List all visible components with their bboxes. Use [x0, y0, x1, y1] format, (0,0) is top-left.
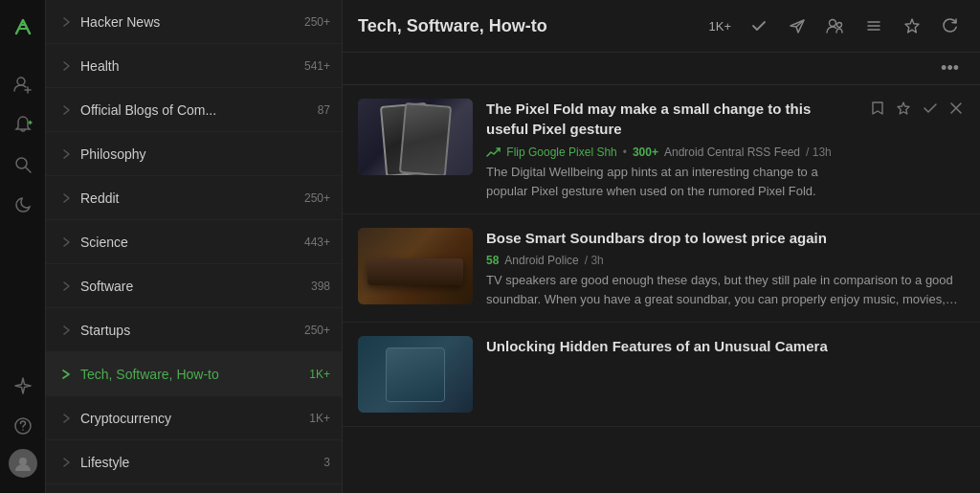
- article-description: The Digital Wellbeing app hints at an in…: [486, 163, 856, 200]
- more-options-button[interactable]: •••: [935, 56, 965, 80]
- refresh-icon[interactable]: [936, 11, 965, 40]
- article-description: TV speakers are good enough these days, …: [486, 271, 965, 308]
- sidebar-item-label: Lifestyle: [80, 455, 316, 470]
- article-title: Bose Smart Soundbars drop to lowest pric…: [486, 228, 965, 248]
- sidebar-item-hacker-news[interactable]: Hacker News250+: [46, 0, 342, 44]
- favorites-icon[interactable]: [898, 11, 926, 40]
- article-time: / 13h: [806, 146, 832, 159]
- article-content: The Pixel Fold may make a small change t…: [486, 99, 856, 200]
- add-user-icon[interactable]: [6, 67, 40, 101]
- check-read-icon[interactable]: [921, 100, 940, 121]
- sidebar-item-count: 250+: [304, 324, 330, 337]
- sidebar-item-count: 1K+: [309, 368, 330, 381]
- article-vote-count: 300+: [633, 146, 658, 159]
- svg-point-4: [19, 458, 27, 465]
- chevron-icon: [57, 146, 75, 163]
- sidebar-item-tech-software-how-to[interactable]: Tech, Software, How-to1K+: [46, 352, 342, 396]
- search-icon[interactable]: [6, 147, 40, 182]
- sidebar-item-philosophy[interactable]: Philosophy: [46, 132, 342, 176]
- send-icon[interactable]: [783, 11, 812, 40]
- sparkle-icon[interactable]: [6, 369, 40, 403]
- sidebar-item-cryptocurrency[interactable]: Cryptocurrency1K+: [46, 396, 342, 440]
- chevron-icon: [57, 454, 75, 471]
- chevron-icon: [57, 410, 75, 427]
- help-icon[interactable]: [6, 409, 40, 443]
- bookmark-icon[interactable]: [869, 99, 886, 122]
- article-list: The Pixel Fold may make a small change t…: [343, 85, 980, 493]
- article-source-row: 58 Android Police / 3h: [486, 254, 965, 267]
- sidebar-item-label: Official Blogs of Com...: [80, 102, 310, 118]
- article-content: Unlocking Hidden Features of an Unusual …: [486, 336, 965, 362]
- sidebar-item-count: 250+: [304, 15, 330, 29]
- chevron-icon: [57, 366, 75, 383]
- chevron-icon: [57, 101, 75, 119]
- dismiss-icon[interactable]: [947, 100, 965, 121]
- sidebar-item-science[interactable]: Science443+: [46, 220, 342, 264]
- sidebar-item-count: 3: [323, 456, 330, 469]
- sidebar-item-label: Health: [80, 58, 297, 74]
- sidebar-item-count: 443+: [304, 235, 330, 249]
- svg-point-6: [837, 23, 842, 28]
- star-icon[interactable]: [894, 99, 913, 122]
- sidebar-item-label: Software: [80, 279, 303, 294]
- article-item[interactable]: The Pixel Fold may make a small change t…: [343, 85, 980, 214]
- user-avatar[interactable]: [9, 449, 37, 478]
- article-thumbnail: [358, 99, 473, 175]
- article-count-badge: 1K+: [709, 19, 732, 34]
- chevron-icon: [57, 278, 75, 295]
- svg-point-5: [830, 20, 836, 27]
- article-source-row: Flip Google Pixel Shh • 300+ Android Cen…: [486, 145, 856, 159]
- sidebar-item-marketing[interactable]: Marketing32: [46, 484, 342, 493]
- sidebar-item-count: 87: [318, 103, 330, 117]
- feedly-logo-icon[interactable]: [6, 10, 40, 44]
- article-time: / 3h: [585, 254, 604, 267]
- article-feed-name: Android Police: [504, 254, 578, 267]
- article-content: Bose Smart Soundbars drop to lowest pric…: [486, 228, 965, 308]
- article-thumbnail: [358, 228, 473, 304]
- chevron-icon: [57, 13, 75, 31]
- article-thumbnail: [358, 336, 473, 413]
- article-item[interactable]: Bose Smart Soundbars drop to lowest pric…: [343, 214, 980, 323]
- notifications-icon[interactable]: [6, 107, 40, 142]
- sidebar-item-lifestyle[interactable]: Lifestyle3: [46, 440, 342, 484]
- icon-rail: [0, 0, 46, 493]
- sidebar-item-reddit[interactable]: Reddit250+: [46, 176, 342, 220]
- chevron-icon: [57, 234, 75, 251]
- sidebar-item-label: Cryptocurrency: [80, 411, 301, 426]
- mark-read-icon[interactable]: [745, 11, 773, 40]
- main-content: Tech, Software, How-to 1K+: [343, 0, 980, 493]
- chevron-icon: [57, 322, 75, 339]
- sidebar-item-startups[interactable]: Startups250+: [46, 308, 342, 352]
- sidebar-item-label: Startups: [80, 323, 297, 338]
- chevron-icon: [57, 190, 75, 207]
- article-vote-count: 58: [486, 254, 499, 267]
- article-title: The Pixel Fold may make a small change t…: [486, 99, 856, 139]
- sidebar-item-label: Philosophy: [80, 146, 330, 162]
- svg-point-3: [22, 429, 24, 431]
- sidebar-item-label: Tech, Software, How-to: [80, 367, 301, 382]
- article-feed-name: Android Central RSS Feed: [664, 146, 800, 159]
- sidebar: Hacker News250+Health541+Official Blogs …: [46, 0, 343, 493]
- chevron-icon: [57, 57, 75, 75]
- sidebar-item-count: 1K+: [309, 412, 330, 425]
- svg-point-0: [17, 78, 25, 85]
- main-header: Tech, Software, How-to 1K+: [343, 0, 980, 53]
- list-view-icon[interactable]: [859, 11, 888, 40]
- sidebar-item-software[interactable]: Software398: [46, 264, 342, 308]
- article-item[interactable]: Unlocking Hidden Features of an Unusual …: [343, 323, 980, 427]
- sidebar-item-label: Science: [80, 235, 297, 250]
- sidebar-item-official-blogs-of-com-[interactable]: Official Blogs of Com...87: [46, 88, 342, 132]
- sidebar-item-count: 398: [311, 280, 330, 293]
- sidebar-item-health[interactable]: Health541+: [46, 44, 342, 88]
- page-title: Tech, Software, How-to: [358, 16, 709, 36]
- more-options-row: •••: [343, 53, 980, 85]
- sidebar-item-label: Reddit: [80, 190, 297, 206]
- article-action-buttons: [869, 99, 965, 122]
- sidebar-item-label: Hacker News: [80, 14, 297, 30]
- sidebar-item-count: 541+: [304, 59, 330, 73]
- article-title: Unlocking Hidden Features of an Unusual …: [486, 336, 965, 356]
- night-mode-icon[interactable]: [6, 188, 40, 222]
- source-name: Flip Google Pixel Shh: [486, 145, 617, 159]
- svg-point-1: [16, 158, 27, 168]
- add-team-icon[interactable]: [821, 11, 850, 40]
